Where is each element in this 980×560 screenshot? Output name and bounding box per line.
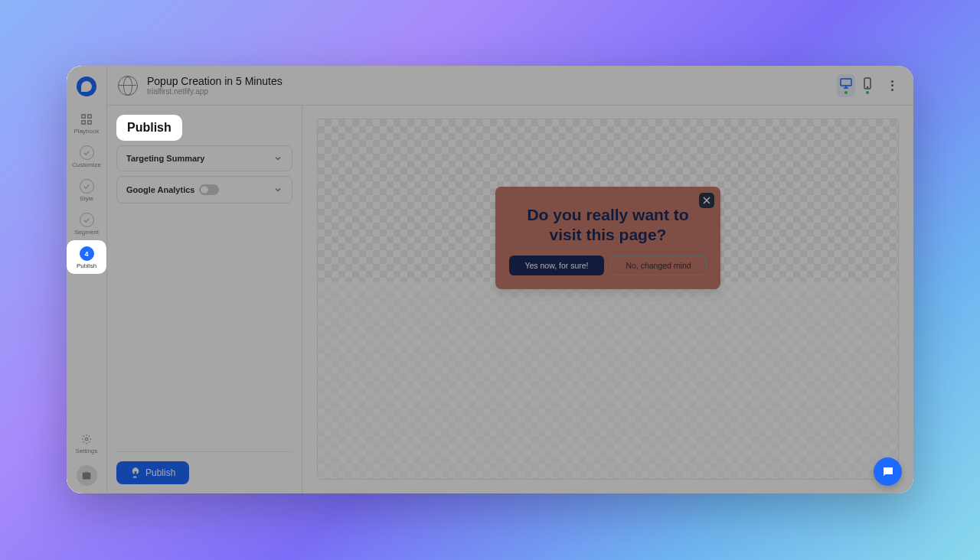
publish-button[interactable]: Publish [116,461,189,484]
briefcase-button[interactable] [77,465,97,486]
accordion-targeting[interactable]: Targeting Summary [116,145,292,171]
step-number-icon: 4 [80,246,94,261]
close-icon [703,197,710,204]
sidebar-item-style[interactable]: Style [67,173,107,207]
check-circle-icon [80,213,94,227]
publish-button-label: Publish [145,467,175,478]
sidebar-bottom: Settings [67,425,106,493]
more-menu-button[interactable] [883,77,901,95]
briefcase-icon [81,470,92,481]
chat-fab[interactable] [874,457,902,486]
globe-icon [118,76,138,96]
popup-close-button[interactable] [699,193,714,208]
popup-primary-button[interactable]: Yes now, for sure! [509,256,604,275]
step-number: 4 [84,250,88,258]
page-subtitle: trialfirst.netlify.app [147,87,283,96]
svg-rect-0 [82,114,85,117]
chevron-down-icon [273,185,283,194]
sidebar-item-publish[interactable]: 4 Publish [67,240,106,274]
sidebar-item-label: Settings [76,448,98,454]
desktop-icon [840,77,852,90]
svg-rect-2 [82,120,85,123]
gear-icon [80,431,94,446]
main: Popup Creation in 5 Minutes trialfirst.n… [107,66,913,493]
sidebar-item-label: Playbook [74,128,100,135]
panel-title: Publish [116,115,182,141]
title-block: Popup Creation in 5 Minutes trialfirst.n… [147,75,283,96]
svg-rect-3 [88,120,91,123]
chevron-down-icon [273,154,283,163]
panel-footer: Publish [116,451,292,484]
grid-icon [80,112,94,126]
sidebar-item-label: Segment [74,229,99,236]
accordion-google-analytics[interactable]: Google Analytics [116,176,292,203]
accordion-label: Google Analytics [126,185,194,194]
panel: Publish Targeting Summary Google Analyti… [107,106,302,493]
check-circle-icon [80,179,94,194]
svg-rect-1 [88,114,91,117]
toggle-google-analytics[interactable] [199,184,219,195]
svg-rect-5 [841,79,851,86]
logo-icon [81,81,92,92]
sidebar-item-label: Publish [77,262,96,269]
rocket-icon [130,467,141,478]
canvas-inner[interactable]: Do you really want to visit this page? Y… [317,119,899,480]
sidebar-item-playbook[interactable]: Playbook [67,106,107,139]
sidebar-item-segment[interactable]: Segment [67,207,107,240]
status-dot [866,91,869,94]
page-title: Popup Creation in 5 Minutes [147,75,283,87]
canvas: Do you really want to visit this page? Y… [302,106,913,493]
sidebar-item-label: Customize [72,161,101,168]
sidebar-item-label: Style [80,195,93,202]
popup-secondary-button[interactable]: No, changed mind [610,256,707,275]
sidebar-item-customize[interactable]: Customize [67,139,107,173]
header: Popup Creation in 5 Minutes trialfirst.n… [107,66,913,106]
check-circle-icon [80,145,94,160]
svg-point-7 [867,86,868,87]
popup-title: Do you really want to visit this page? [509,205,707,246]
popup-preview[interactable]: Do you really want to visit this page? Y… [495,187,720,290]
accordion-label: Targeting Summary [126,154,205,163]
svg-point-4 [85,438,88,441]
header-right [837,74,901,97]
content-row: Publish Targeting Summary Google Analyti… [107,106,913,493]
popup-buttons: Yes now, for sure! No, changed mind [509,256,707,275]
device-mobile-button[interactable] [858,74,877,97]
sidebar-item-settings[interactable]: Settings [67,425,107,459]
mobile-icon [861,77,874,90]
chat-icon [881,465,895,479]
sidebar: Playbook Customize Style Segment 4 Publi… [67,66,107,493]
app-window: Playbook Customize Style Segment 4 Publi… [67,66,913,493]
status-dot [844,91,848,94]
dots-vertical-icon [891,80,893,91]
app-logo[interactable] [77,77,96,96]
device-desktop-button[interactable] [837,74,855,97]
